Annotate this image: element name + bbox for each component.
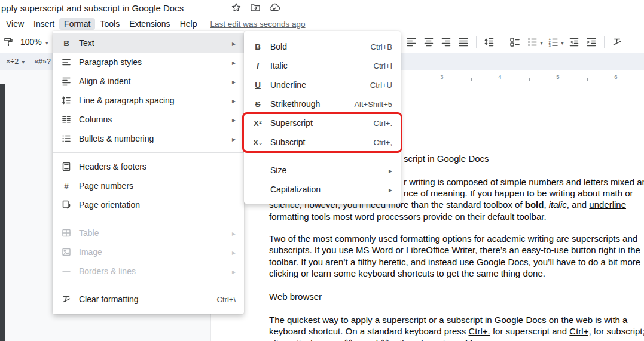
align-left-icon[interactable] [404, 35, 419, 49]
text-submenu-item-strikethrough[interactable]: S Strikethrough Alt+Shift+5 [244, 94, 401, 113]
submenu-arrow-icon [386, 165, 392, 176]
doc-text-segment: , [544, 199, 548, 210]
doc-shortcut-superscript: Ctrl+. [469, 326, 490, 336]
zoom-control[interactable]: 100% [20, 35, 48, 49]
increase-indent-icon[interactable] [584, 35, 599, 49]
svg-text:3: 3 [549, 44, 551, 47]
doc-line[interactable]: keyboard shortcut. On a standard keyboar… [269, 326, 644, 336]
doc-line[interactable]: clicking or learn some keyboard shortcut… [269, 268, 545, 278]
format-menu-item-page-orientation[interactable]: Page orientation [53, 195, 244, 214]
menu-item-label: Bullets & numbering [79, 134, 222, 143]
ruler-mark-6: 6 [614, 73, 617, 80]
math-operations-label: ×÷2 [6, 57, 19, 66]
format-menu-item-text[interactable]: B Text [53, 33, 244, 53]
menu-tools[interactable]: Tools [95, 18, 124, 30]
zoom-caret-icon [45, 37, 48, 47]
doc-text-segment: for superscript and [490, 326, 570, 336]
cloud-saved-icon[interactable] [269, 2, 280, 13]
clear-formatting-icon [60, 294, 73, 305]
star-icon[interactable] [231, 2, 242, 13]
format-menu-item-clear-formatting[interactable]: Clear formatting Ctrl+\ [53, 290, 244, 309]
numbered-list-button[interactable]: 123 [546, 35, 564, 49]
menu-format[interactable]: Format [59, 18, 95, 30]
doc-italic-word: italic [549, 199, 567, 210]
menu-divider [53, 152, 244, 153]
ruler-tick [529, 78, 530, 81]
bulleted-list-button[interactable] [525, 35, 543, 49]
menu-item-label: Headers & footers [79, 162, 236, 171]
doc-line[interactable]: Two of the most commonly used formatting… [269, 234, 637, 244]
menu-divider [53, 219, 244, 219]
math-symbols-menu[interactable]: «#»? [34, 57, 51, 66]
menu-item-label: Paragraph styles [79, 57, 222, 67]
left-edge-strip [0, 84, 5, 341]
columns-icon [60, 114, 73, 125]
doc-line[interactable]: The quickest way to apply a superscript … [269, 315, 627, 325]
menu-extensions[interactable]: Extensions [124, 18, 175, 30]
format-menu-item-page-numbers[interactable]: # Page numbers [53, 176, 244, 195]
ruler-tick [413, 78, 413, 81]
doc-subheading[interactable]: Web browser [269, 291, 322, 302]
paint-format-icon[interactable] [1, 35, 16, 49]
menu-insert[interactable]: Insert [29, 18, 59, 30]
text-submenu-item-underline[interactable]: U Underline Ctrl+U [244, 75, 401, 94]
justify-icon[interactable] [456, 35, 471, 49]
menu-item-label: Size [270, 165, 379, 175]
menu-item-label: Text [79, 38, 222, 48]
last-edit-status[interactable]: Last edit was seconds ago [210, 20, 305, 29]
doc-line[interactable]: formatting tools most word processors pr… [269, 211, 547, 222]
clear-formatting-icon[interactable] [610, 35, 624, 49]
format-menu-item-align-indent[interactable]: Align & indent [53, 72, 244, 91]
document-title[interactable]: pply superscript and subscript in Google… [1, 3, 184, 13]
text-submenu-item-capitalization[interactable]: Capitalization [244, 180, 401, 199]
checklist-icon[interactable] [508, 35, 522, 49]
ruler-mark-4: 4 [498, 73, 501, 80]
align-center-icon[interactable] [422, 35, 436, 49]
doc-line[interactable]: toolbar. If you aren’t a filthy heretic,… [269, 257, 640, 267]
bulleted-list-caret-icon [540, 36, 543, 47]
format-menu-item-line-spacing[interactable]: Line & paragraph spacing [53, 91, 244, 110]
submenu-arrow-icon [230, 114, 236, 125]
text-submenu-item-italic[interactable]: I Italic Ctrl+I [244, 56, 401, 75]
image-icon [60, 247, 73, 257]
ruler-tick [471, 78, 472, 81]
toolbar-divider [604, 36, 605, 48]
doc-line[interactable]: alternatively press ⌘+. and ⌘+, if you’r… [269, 338, 484, 341]
format-menu-item-table: Table [53, 223, 244, 242]
move-folder-icon[interactable] [250, 2, 261, 13]
format-menu-item-columns[interactable]: Columns [53, 110, 244, 129]
format-menu-item-bullets-numbering[interactable]: Bullets & numbering [53, 129, 244, 148]
line-paragraph-spacing-icon [60, 95, 73, 106]
line-spacing-icon[interactable] [482, 35, 496, 49]
bulleted-list-icon [525, 35, 539, 49]
doc-line[interactable]: nce of meaning. If you happen to be writ… [404, 188, 633, 198]
format-menu-item-paragraph-styles[interactable]: Paragraph styles [53, 53, 244, 72]
submenu-arrow-icon [230, 266, 236, 277]
menu-divider [53, 285, 244, 285]
decrease-indent-icon[interactable] [567, 35, 581, 49]
menu-item-label: Page numbers [79, 181, 236, 191]
align-right-icon[interactable] [439, 35, 453, 49]
doc-text-segment: for subscript; [591, 326, 644, 336]
menu-item-label: Columns [79, 115, 222, 124]
menu-item-shortcut: Ctrl+I [374, 62, 392, 70]
text-submenu-item-bold[interactable]: B Bold Ctrl+B [244, 37, 401, 56]
menu-item-label: Strikethrough [270, 99, 343, 109]
doc-line[interactable]: subscripts. If you use MS Word or LibreO… [269, 245, 640, 255]
menu-help[interactable]: Help [175, 18, 202, 30]
titlebar: pply superscript and subscript in Google… [0, 0, 644, 17]
doc-underline-word: underline [589, 199, 626, 210]
format-menu-item-headers-footers[interactable]: Headers & footers [53, 157, 244, 176]
menu-view[interactable]: View [1, 18, 29, 30]
annotation-highlight-box [242, 112, 402, 153]
text-submenu-item-size[interactable]: Size [244, 161, 401, 180]
menu-item-shortcut: Ctrl+B [371, 42, 392, 51]
menu-item-label: Page orientation [79, 200, 236, 210]
doc-line[interactable]: r writing is composed of simple numbers … [404, 177, 644, 187]
ruler-tick [587, 78, 588, 81]
menu-item-label: Bold [270, 42, 360, 51]
page-orientation-icon [60, 199, 73, 210]
math-operations-menu[interactable]: ×÷2 [6, 57, 25, 66]
toolbar-divider [476, 36, 477, 48]
doc-heading-fragment[interactable]: script in Google Docs [404, 153, 489, 164]
